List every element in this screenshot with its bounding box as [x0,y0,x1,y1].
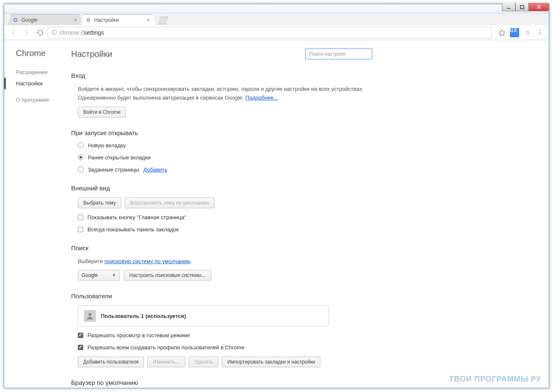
radio-icon [78,154,84,160]
page-header: Настройки Поиск настроек [71,49,372,59]
startup-option-continue[interactable]: Ранее открытые вкладки [78,154,372,161]
radio-icon [78,167,84,172]
svg-point-5 [89,313,92,316]
gear-icon: ⚙ [85,17,92,23]
settings-sidebar: Chrome Расширения Настройки О программе [4,49,71,388]
show-home-button-checkbox[interactable]: Показывать кнопку "Главная страница" [78,214,372,220]
search-description: Выберите поисковую систему по умолчанию. [78,257,372,266]
section-default-browser: Браузер по умолчанию Назначить Google Ch… [71,379,372,388]
back-button[interactable] [8,27,19,38]
settings-main: Настройки Поиск настроек Вход Войдите в … [71,49,372,388]
chevron-down-icon: ▼ [112,273,116,277]
section-users: Пользователи Пользователь 1 (используетс… [71,292,372,367]
window-minimize-button[interactable] [502,3,515,11]
manage-search-engines-button[interactable]: Настроить поисковые системы... [124,270,211,281]
reload-button[interactable] [34,27,46,38]
window-controls [502,3,549,11]
tab-title: Настройки [94,17,119,23]
window-maximize-button[interactable] [515,3,529,11]
toolbar: ⓘ chrome://settings G⠿ ⧉ ⋮ [4,25,549,40]
new-tab-button[interactable] [158,17,168,24]
url-text: chrome://settings [59,29,104,36]
window-close-button[interactable] [529,3,549,11]
extension-icon[interactable]: ⧉ [521,27,533,38]
radio-icon [78,142,84,148]
page-title: Настройки [71,49,112,59]
choose-theme-button[interactable]: Выбрать тему [78,197,121,208]
tab-close-button[interactable]: × [73,17,78,23]
section-startup: При запуске открывать Новую вкладку Ране… [71,129,372,173]
startup-option-pages[interactable]: Заданные страницы Добавить [78,167,372,173]
allow-create-profiles-checkbox[interactable]: Разрешить всем создавать профили пользов… [78,344,372,351]
section-search: Поиск Выберите поисковую систему по умол… [71,244,372,281]
edit-user-button[interactable]: Изменить... [147,356,185,367]
sidebar-item-about[interactable]: О программе [16,94,71,105]
checkbox-icon [78,345,83,350]
import-bookmarks-button[interactable]: Импортировать закладки и настройки [222,356,320,367]
login-description: Войдите в аккаунт, чтобы синхронизироват… [78,85,372,102]
window-titlebar [4,4,549,13]
show-bookmarks-bar-checkbox[interactable]: Всегда показывать панель закладок [78,226,372,233]
google-favicon-icon: G [12,17,19,23]
learn-more-link[interactable]: Подробнее... [246,95,278,101]
checkbox-icon [78,227,83,232]
checkbox-icon [78,215,83,220]
sidebar-item-extensions[interactable]: Расширения [16,67,71,78]
menu-button[interactable]: ⋮ [534,27,545,38]
toolbar-actions: G⠿ ⧉ ⋮ [496,27,545,38]
delete-user-button[interactable]: Удалить [189,356,219,367]
info-icon: ⓘ [51,29,57,36]
tab-settings[interactable]: ⚙ Настройки × [80,14,156,25]
settings-page: Chrome Расширения Настройки О программе … [4,40,549,388]
section-title: Поиск [71,244,372,251]
browser-window: G Google × ⚙ Настройки × ⓘ chrome://sett… [4,4,549,388]
section-title: Браузер по умолчанию [71,379,372,386]
translate-extension-icon[interactable]: G⠿ [509,27,520,38]
sidebar-item-settings[interactable]: Настройки [16,78,71,89]
settings-search-input[interactable]: Поиск настроек [305,49,372,59]
forward-button[interactable] [21,27,33,38]
reset-theme-button[interactable]: Восстановить тему по умолчанию [125,197,215,208]
startup-option-newtab[interactable]: Новую вкладку [78,142,372,149]
user-label: Пользователь 1 (используется) [101,313,186,319]
default-search-link[interactable]: поисковую систему по умолчанию [105,258,191,264]
startup-add-pages-link[interactable]: Добавить [143,167,167,173]
address-bar[interactable]: ⓘ chrome://settings [48,27,492,38]
section-title: Вход [71,72,372,79]
tab-strip: G Google × ⚙ Настройки × [4,13,549,25]
add-user-button[interactable]: Добавить пользователя [78,356,144,367]
tab-google[interactable]: G Google × [8,14,83,25]
tab-title: Google [21,17,38,23]
section-appearance: Внешний вид Выбрать тему Восстановить те… [71,184,372,233]
sidebar-brand: Chrome [16,49,71,58]
search-engine-select[interactable]: Google▼ [78,270,120,281]
avatar-icon [84,310,96,322]
bookmark-star-icon[interactable] [496,27,508,38]
section-title: При запуске открывать [71,129,372,136]
section-title: Пользователи [71,292,372,300]
section-title: Внешний вид [71,184,372,192]
page-viewport[interactable]: Chrome Расширения Настройки О программе … [4,40,549,388]
current-user-row[interactable]: Пользователь 1 (используется) [78,305,329,326]
tab-close-button[interactable]: × [146,17,151,23]
section-login: Вход Войдите в аккаунт, чтобы синхронизи… [71,72,372,118]
checkbox-icon [78,333,83,338]
svg-marker-4 [499,29,505,36]
svg-rect-1 [520,5,524,9]
allow-guest-checkbox[interactable]: Разрешить просмотр в гостевом режиме [78,332,372,338]
sign-in-button[interactable]: Войти в Chrome [78,107,126,118]
